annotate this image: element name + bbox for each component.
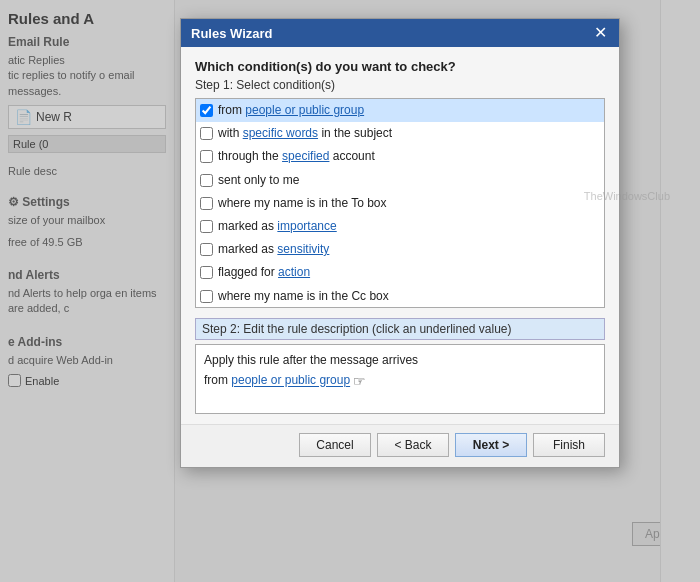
cursor-icon: ☞ (353, 370, 366, 392)
condition-item[interactable]: where my name is in the To box (196, 192, 604, 215)
finish-button[interactable]: Finish (533, 433, 605, 457)
condition-checkbox-8[interactable] (200, 266, 213, 279)
rule-description-box: Apply this rule after the message arrive… (195, 344, 605, 414)
next-button[interactable]: Next > (455, 433, 527, 457)
rules-wizard-dialog: Rules Wizard ✕ Which condition(s) do you… (180, 18, 620, 468)
condition-text: marked as sensitivity (218, 240, 329, 259)
condition-checkbox-1[interactable] (200, 104, 213, 117)
rule-desc-link[interactable]: people or public group (231, 374, 350, 388)
condition-text: with specific words in the subject (218, 124, 392, 143)
condition-item[interactable]: with specific words in the subject (196, 122, 604, 145)
condition-text: through the specified account (218, 147, 375, 166)
condition-text: marked as importance (218, 217, 337, 236)
condition-checkbox-6[interactable] (200, 220, 213, 233)
dialog-title: Rules Wizard (191, 26, 273, 41)
step1-label: Step 1: Select condition(s) (195, 78, 605, 92)
conditions-list[interactable]: from people or public groupwith specific… (195, 98, 605, 308)
condition-text: sent only to me (218, 171, 299, 190)
condition-checkbox-4[interactable] (200, 174, 213, 187)
rule-desc-from: from (204, 374, 228, 388)
condition-item[interactable]: sent only to me (196, 169, 604, 192)
dialog-footer: Cancel < Back Next > Finish (181, 424, 619, 467)
condition-text: where my name is in the Cc box (218, 287, 389, 306)
condition-item[interactable]: through the specified account (196, 145, 604, 168)
condition-item[interactable]: flagged for action (196, 261, 604, 284)
step2-label: Step 2: Edit the rule description (click… (195, 318, 605, 340)
condition-link[interactable]: specified (282, 149, 329, 163)
condition-item[interactable]: marked as sensitivity (196, 238, 604, 261)
condition-checkbox-2[interactable] (200, 127, 213, 140)
back-button[interactable]: < Back (377, 433, 449, 457)
condition-text: from people or public group (218, 101, 364, 120)
condition-checkbox-9[interactable] (200, 290, 213, 303)
dialog-body: Which condition(s) do you want to check?… (181, 47, 619, 424)
condition-text: flagged for action (218, 263, 310, 282)
cancel-button[interactable]: Cancel (299, 433, 371, 457)
dialog-close-button[interactable]: ✕ (592, 25, 609, 41)
dialog-titlebar: Rules Wizard ✕ (181, 19, 619, 47)
condition-text: where my name is in the To box (218, 194, 387, 213)
condition-link[interactable]: action (278, 265, 310, 279)
condition-checkbox-7[interactable] (200, 243, 213, 256)
rule-desc-from-line: from people or public group ☞ (204, 370, 596, 392)
condition-link[interactable]: specific words (243, 126, 318, 140)
condition-link[interactable]: importance (277, 219, 336, 233)
condition-checkbox-5[interactable] (200, 197, 213, 210)
condition-item[interactable]: from people or public group (196, 99, 604, 122)
dialog-question: Which condition(s) do you want to check? (195, 59, 605, 74)
condition-item[interactable]: where my name is in the Cc box (196, 285, 604, 308)
rule-desc-apply-text: Apply this rule after the message arrive… (204, 351, 596, 370)
condition-link[interactable]: people or public group (245, 103, 364, 117)
condition-link[interactable]: sensitivity (277, 242, 329, 256)
condition-item[interactable]: marked as importance (196, 215, 604, 238)
condition-checkbox-3[interactable] (200, 150, 213, 163)
